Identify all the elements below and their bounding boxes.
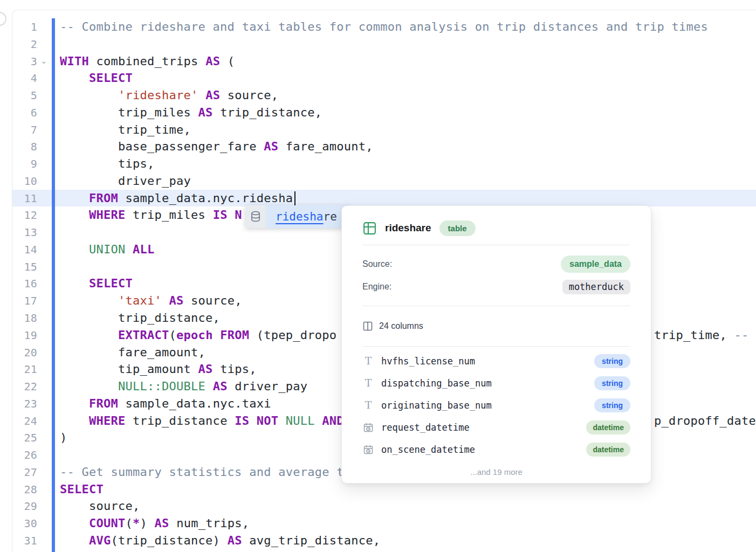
line-number[interactable]: 27	[12, 464, 37, 481]
code-text: -- Combine rideshare and taxi tables for…	[37, 18, 708, 36]
scope-indicator-bar	[52, 18, 55, 552]
code-text: tip_amount AS tips,	[37, 361, 257, 378]
divider	[362, 306, 630, 306]
text-cursor	[294, 191, 295, 205]
line-number[interactable]: 2	[12, 36, 37, 53]
table-type-badge: table	[439, 220, 476, 236]
column-name: request_datetime	[381, 422, 470, 433]
autocomplete-match-text: ridesha	[276, 210, 324, 223]
code-line[interactable]: 8 base_passenger_fare AS fare_amount,	[12, 138, 756, 155]
collapsed-panel-handle[interactable]	[0, 12, 6, 26]
line-number[interactable]: 23	[12, 396, 37, 413]
code-text: NULL::DOUBLE AS driver_pay	[37, 378, 307, 395]
column-name: originating_base_num	[381, 400, 492, 411]
code-text-continuation: trip_time, --	[654, 327, 749, 344]
code-line[interactable]: 30 COUNT(*) AS num_trips,	[12, 515, 756, 532]
line-number[interactable]: 29	[12, 498, 37, 515]
line-number[interactable]: 4	[12, 70, 37, 87]
code-line[interactable]: 6 trip_miles AS trip_distance,	[12, 104, 756, 121]
line-number[interactable]: 28	[12, 481, 37, 499]
line-number[interactable]: 12	[12, 207, 37, 224]
column-type-badge: datetime	[586, 443, 630, 457]
column-row: Toriginating_base_numstring	[362, 394, 630, 416]
columns-count-text: 24 columns	[379, 321, 423, 331]
line-number[interactable]: 30	[12, 515, 37, 533]
line-number[interactable]: 11	[12, 190, 37, 208]
more-columns-text: ...and 19 more	[362, 467, 630, 477]
code-text: base_passenger_fare AS fare_amount,	[37, 138, 373, 155]
code-line[interactable]: 11 FROM sample_data.nyc.ridesha	[12, 190, 756, 207]
code-line[interactable]: 2	[12, 36, 756, 53]
column-name: dispatching_base_num	[381, 378, 492, 389]
popup-table-name: rideshare	[385, 222, 431, 234]
line-number[interactable]: 8	[12, 139, 37, 156]
column-type-badge: string	[594, 398, 630, 412]
code-text: trip_distance,	[37, 309, 220, 327]
fold-chevron-icon[interactable]: ⌄	[40, 53, 47, 70]
column-list: Thvfhs_license_numstringTdispatching_bas…	[362, 350, 630, 460]
code-line[interactable]: 29 source,	[12, 498, 756, 515]
column-type-badge: string	[594, 354, 630, 368]
line-number[interactable]: 31	[12, 533, 37, 550]
code-text: WITH combined_trips AS (	[37, 53, 235, 70]
line-number[interactable]: 26	[12, 447, 37, 464]
code-text: EXTRACT(epoch FROM (tpep_dropo	[37, 327, 336, 344]
line-number[interactable]: 17	[12, 293, 37, 310]
line-number[interactable]: 22	[12, 378, 37, 396]
line-number[interactable]: 10	[12, 173, 37, 190]
line-number[interactable]: 7	[12, 122, 37, 139]
divider	[362, 346, 630, 347]
column-row: request_datetimedatetime	[362, 416, 630, 438]
line-number[interactable]: 3	[12, 53, 37, 71]
code-line[interactable]: 4 SELECT	[12, 70, 756, 87]
line-number[interactable]: 24	[12, 413, 37, 430]
code-line[interactable]: 9 tips,	[12, 155, 756, 172]
code-line[interactable]: 32 AVG(trip_time) AS avg_trip_time,	[12, 549, 756, 552]
popup-header: rideshare table	[362, 219, 630, 237]
code-text: SELECT	[37, 481, 104, 498]
datetime-type-icon	[362, 422, 374, 433]
source-badge: sample_data	[561, 256, 630, 273]
line-number[interactable]: 5	[12, 87, 37, 105]
line-number[interactable]: 20	[12, 344, 37, 362]
table-icon	[362, 221, 377, 236]
source-label: Source:	[362, 259, 392, 269]
column-row: Thvfhs_license_numstring	[362, 350, 630, 372]
line-number[interactable]: 1	[12, 19, 37, 36]
line-number[interactable]: 19	[12, 327, 37, 344]
code-text: -- Get summary statistics and average t	[37, 464, 344, 481]
line-number[interactable]: 6	[12, 105, 37, 122]
code-text: 'taxi' AS source,	[37, 292, 242, 309]
autocomplete-rest-text: re	[324, 210, 337, 223]
code-text: trip_time,	[37, 121, 191, 139]
code-line[interactable]: 3⌄WITH combined_trips AS (	[12, 53, 756, 70]
code-line[interactable]: 5 'rideshare' AS source,	[12, 87, 756, 104]
line-number[interactable]: 13	[12, 224, 37, 242]
code-line[interactable]: 10 driver_pay	[12, 172, 756, 190]
column-type-badge: datetime	[586, 420, 630, 434]
column-row: Tdispatching_base_numstring	[362, 372, 630, 394]
line-number[interactable]: 18	[12, 310, 37, 327]
column-row: on_scene_datetimedatetime	[362, 438, 630, 460]
columns-count-row: 24 columns	[362, 314, 630, 339]
line-number[interactable]: 21	[12, 361, 37, 378]
code-text: driver_pay	[37, 172, 191, 190]
code-line[interactable]: 31 AVG(trip_distance) AS avg_trip_distan…	[12, 532, 756, 549]
code-text: WHERE trip_miles IS N	[37, 206, 242, 224]
line-number[interactable]: 32	[12, 550, 37, 552]
string-type-icon: T	[362, 356, 374, 366]
code-text: FROM sample_data.nyc.ridesha	[37, 190, 293, 207]
autocomplete-item-rideshare[interactable]: rideshare	[266, 205, 351, 228]
code-line[interactable]: 7 trip_time,	[12, 121, 756, 139]
line-number[interactable]: 14	[12, 242, 37, 259]
code-text: 'rideshare' AS source,	[37, 87, 278, 104]
code-text-continuation: p_dropoff_datet	[654, 412, 756, 430]
line-number[interactable]: 15	[12, 259, 37, 276]
column-type-badge: string	[594, 376, 630, 390]
datetime-type-icon	[362, 444, 374, 455]
line-number[interactable]: 9	[12, 156, 37, 173]
line-number[interactable]: 16	[12, 275, 37, 293]
line-number[interactable]: 25	[12, 430, 37, 447]
code-text: FROM sample_data.nyc.taxi	[37, 395, 271, 412]
code-line[interactable]: 1-- Combine rideshare and taxi tables fo…	[12, 18, 756, 36]
